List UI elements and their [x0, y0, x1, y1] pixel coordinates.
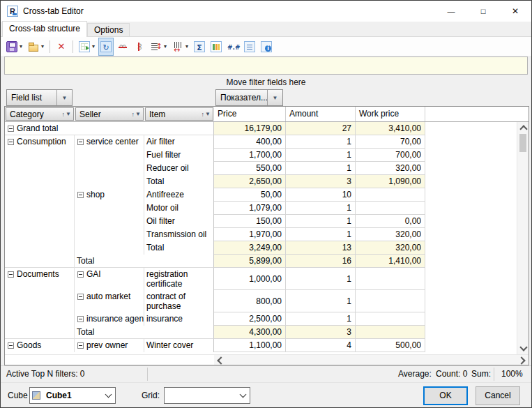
close-button[interactable]: ✕: [499, 1, 531, 22]
dropdown-arrow-icon[interactable]: ▾: [20, 43, 22, 50]
table-row[interactable]: Goodsprev ownerWinter cover1,100,004500,…: [5, 339, 425, 352]
table-row[interactable]: Grand total16,179,00273,410,00: [5, 122, 425, 135]
cube-select[interactable]: Cube1: [29, 387, 116, 404]
field-list-button[interactable]: Field list ▼: [6, 89, 73, 106]
collapse-icon[interactable]: [77, 139, 84, 145]
cell-work-price: 320,00: [356, 162, 425, 175]
maximize-button[interactable]: □: [467, 1, 499, 22]
column-header-work-price[interactable]: Work price: [356, 107, 425, 121]
table-row[interactable]: auto marketcontract of purchase800,001: [5, 290, 425, 312]
cell-price: 400,00: [214, 135, 286, 149]
column-size-button[interactable]: ▾: [170, 38, 190, 56]
tree-label: Total: [146, 243, 164, 252]
chevron-down-icon[interactable]: ▼: [267, 90, 282, 105]
scroll-up-icon[interactable]: [519, 125, 527, 133]
column-header-amount[interactable]: Amount: [286, 107, 356, 121]
collapse-icon[interactable]: [8, 342, 14, 349]
chevron-down-icon[interactable]: ▼: [135, 111, 143, 117]
save-button[interactable]: ▾: [4, 38, 24, 56]
crosstab-grid: Category↑▼Seller↑▼Item↑▼ PriceAmountWork…: [4, 106, 529, 365]
table-row[interactable]: Total5,899,00161,410,00: [5, 255, 425, 268]
delete-button[interactable]: [54, 38, 69, 56]
measures-button[interactable]: Показател... ▼: [215, 89, 283, 106]
collapse-icon[interactable]: [8, 126, 14, 132]
number-format-button[interactable]: [225, 38, 241, 56]
tree-cell: Goods: [5, 339, 75, 352]
table-row[interactable]: Reducer oil550,001320,00: [5, 162, 425, 175]
tab-cross-tab-structure[interactable]: Cross-tab structure: [2, 21, 87, 37]
row-header-category[interactable]: Category↑▼: [6, 107, 74, 121]
dropdown-arrow-icon[interactable]: ▾: [41, 43, 44, 50]
cancel-button[interactable]: Cancel: [476, 386, 520, 405]
tree-cell: [75, 241, 144, 255]
row-size-button[interactable]: ▾: [149, 38, 169, 56]
table-row[interactable]: Total2,650,0031,090,00: [5, 175, 425, 188]
swap-rows-columns-button[interactable]: [98, 38, 114, 56]
join-cells-horizontal-button[interactable]: [115, 38, 130, 56]
scroll-down-icon[interactable]: [519, 343, 527, 351]
collapse-icon[interactable]: [77, 342, 84, 349]
minimize-button[interactable]: —: [435, 1, 467, 22]
chart-button[interactable]: [208, 38, 224, 56]
scroll-left-icon[interactable]: [217, 356, 225, 364]
footer-bar: Cube Cube1 Grid: OK Cancel: [1, 382, 531, 408]
dropdown-arrow-icon[interactable]: ▾: [185, 43, 188, 50]
tree-cell: Antifreeze: [144, 188, 214, 202]
active-filters-status: Active Top N filters: 0: [6, 369, 85, 379]
aggregate-sigma-button[interactable]: [192, 38, 207, 56]
table-row[interactable]: Transmission oil1,970,001320,00: [5, 228, 425, 241]
chevron-down-icon[interactable]: ▼: [204, 111, 213, 117]
dropdown-arrow-icon[interactable]: ▾: [92, 43, 95, 50]
chevron-down-icon[interactable]: ▼: [65, 111, 73, 117]
tree-label: prev owner: [86, 340, 128, 350]
table-row[interactable]: shopAntifreeze50,0010: [5, 188, 425, 202]
collapse-icon[interactable]: [77, 192, 84, 198]
table-row[interactable]: Oil filter150,0010,00: [5, 215, 425, 228]
table-row[interactable]: DocumentsGAIregistration certificate1,00…: [5, 268, 425, 290]
join-cells-vertical-button[interactable]: [132, 38, 147, 56]
toolbar-separator: [50, 40, 50, 53]
edit-fields-button[interactable]: ▾: [77, 38, 97, 56]
cell-amount: 13: [286, 241, 356, 255]
tree-cell: Transmission oil: [144, 228, 214, 241]
collapse-icon[interactable]: [8, 271, 14, 278]
chevron-down-icon[interactable]: [102, 394, 115, 397]
collapse-icon[interactable]: [8, 139, 14, 145]
text-style-button[interactable]: [242, 38, 257, 56]
tree-cell: GAI: [75, 268, 144, 290]
dropdown-arrow-icon[interactable]: ▾: [164, 43, 167, 50]
table-row[interactable]: insurance agentinsurance2,500,001: [5, 312, 425, 326]
chevron-down-icon[interactable]: [236, 394, 250, 397]
cell-price: 50,00: [214, 188, 286, 202]
tab-options[interactable]: Options: [87, 23, 130, 36]
chevron-down-icon[interactable]: ▼: [56, 90, 72, 105]
scrollbar-thumb[interactable]: [519, 134, 526, 152]
filter-input[interactable]: [4, 56, 528, 75]
tree-cell: insurance agent: [75, 312, 144, 326]
table-row[interactable]: Total4,300,003: [5, 326, 425, 339]
vertical-scrollbar[interactable]: [517, 122, 529, 354]
table-row[interactable]: Consumptionservice centerAir filter400,0…: [5, 135, 425, 149]
cell-price: 1,000,00: [214, 268, 286, 290]
scroll-right-icon[interactable]: [517, 356, 525, 364]
open-button[interactable]: ▾: [26, 38, 46, 56]
collapse-icon[interactable]: [77, 316, 84, 322]
info-button[interactable]: [259, 38, 274, 56]
cell-price: 4,300,00: [214, 326, 286, 339]
ok-button[interactable]: OK: [423, 386, 468, 405]
toolbar: ▾▾▾▾▾: [1, 37, 531, 56]
tree-cell: Motor oil: [144, 202, 214, 215]
horizontal-scrollbar[interactable]: [214, 354, 529, 365]
table-row[interactable]: Motor oil1,079,001: [5, 202, 425, 215]
row-header-item[interactable]: Item↑▼: [145, 107, 213, 121]
column-header-price[interactable]: Price: [214, 107, 286, 121]
measures-label: Показател...: [216, 93, 267, 103]
table-row[interactable]: Total3,249,0013320,00: [5, 241, 425, 255]
collapse-icon[interactable]: [77, 271, 84, 278]
tree-label: service center: [86, 137, 139, 146]
table-row[interactable]: Fuel filter1,700,001700,00: [5, 149, 425, 162]
info-icon: [261, 41, 272, 52]
collapse-icon[interactable]: [77, 294, 84, 300]
row-header-seller[interactable]: Seller↑▼: [75, 107, 144, 121]
grid-select[interactable]: [164, 387, 250, 404]
